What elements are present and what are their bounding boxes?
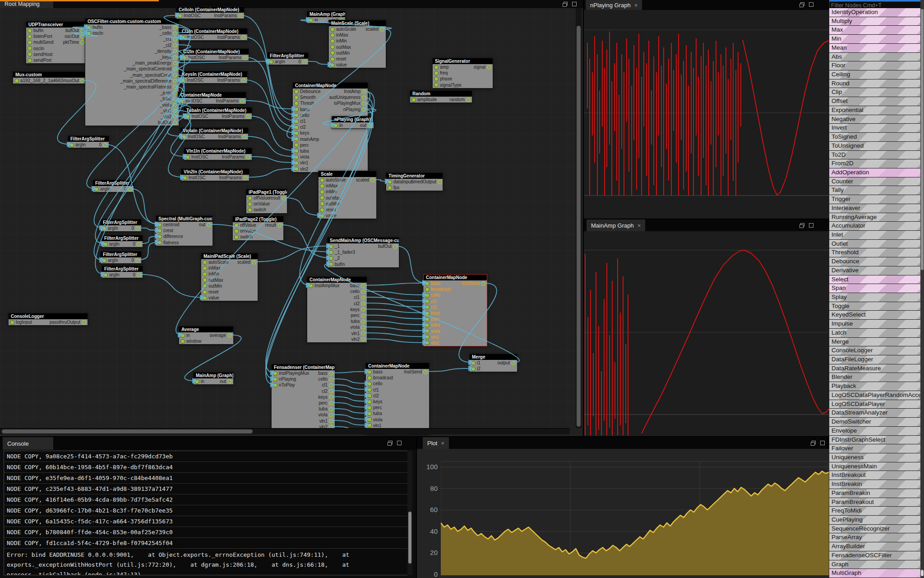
port-in-freq[interactable]: freq [434,70,448,75]
output-port-icon[interactable] [173,73,177,77]
console-scroll-thumb[interactable] [408,512,411,564]
port-out-signal[interactable]: signal [474,65,491,70]
port-out-InstAmp[interactable]: InstAmp [344,89,366,94]
node-type-item-Latch[interactable]: Latch [829,329,920,338]
close-icon[interactable]: × [638,222,641,229]
input-port-icon[interactable] [367,387,372,392]
port-out-keys[interactable]: keys [318,395,333,400]
output-port-icon[interactable] [173,49,177,53]
port-out-InstParams[interactable]: InstParams [217,35,246,40]
node-fastop[interactable]: FilterArgSplitterargIn0 [267,52,309,65]
port-in-inMin[interactable]: inMin [330,38,347,43]
output-port-icon[interactable] [302,60,307,64]
input-port-icon[interactable] [87,31,91,36]
node-type-item-Graph[interactable]: Graph [829,560,920,569]
node-type-item-UniquenessMain[interactable]: UniquenessMain [829,462,920,471]
input-port-icon[interactable] [434,77,439,81]
input-port-icon[interactable] [294,101,299,106]
output-port-icon[interactable] [135,258,140,263]
node-type-item-Failover[interactable]: Failover [829,444,920,453]
port-out-passthruOutput[interactable]: passthruOutput [50,320,86,325]
input-port-icon[interactable] [294,155,299,159]
port-out-_main_spectralCrest[interactable]: _main_spectralCrest [130,73,177,78]
node-type-item-ConsoleLogger[interactable]: ConsoleLogger [829,346,920,355]
input-port-icon[interactable] [425,329,430,333]
port-out-tuba[interactable]: tuba [319,406,333,411]
port-in-inMax[interactable]: inMax [320,183,338,188]
port-in-argIn[interactable]: argIn [269,59,285,64]
port-in-in[interactable]: in [180,333,190,338]
output-port-icon[interactable] [227,379,232,384]
port-in-argIn[interactable]: argIn [69,142,86,147]
input-port-icon[interactable] [248,208,252,212]
input-port-icon[interactable] [309,18,313,23]
port-in-cl1[interactable]: cl1 [367,387,379,392]
input-port-icon[interactable] [320,196,324,200]
port-in-cl1[interactable]: cl1 [425,299,437,304]
output-port-icon[interactable] [361,337,365,341]
output-port-icon[interactable] [173,84,177,89]
editor-horizontal-scrollbar[interactable] [0,428,570,434]
port-in-inMax[interactable]: inMax [203,266,221,270]
port-in-InstOSC[interactable]: InstOSC [182,134,205,139]
output-port-icon[interactable] [252,260,256,265]
node-type-item-FreqToMidi[interactable]: FreqToMidi [829,507,920,516]
input-port-icon[interactable] [28,52,32,56]
port-out-InstParams[interactable]: InstParams [222,154,250,159]
close-icon[interactable]: × [634,2,638,9]
port-out-isPlayingMux[interactable]: isPlayingMux [334,101,366,106]
input-port-icon[interactable] [157,240,162,245]
port-out-scaled[interactable]: scaled [356,177,375,182]
port-in-_1_fader3[interactable]: _1_fader3 [329,250,355,255]
port-in-_1[interactable]: _1 [329,244,340,249]
node-type-item-LogOSCDataPlayerRandomAcce[interactable]: LogOSCDataPlayerRandomAcce [829,391,920,400]
node-violain[interactable]: ViolaIn (ContainerMapNode)InstOSCInstPar… [180,127,249,140]
input-port-icon[interactable] [330,39,335,43]
port-in-reset[interactable]: reset [330,56,346,61]
node-type-item-Floor[interactable]: Floor [829,61,920,70]
node-type-item-Mean[interactable]: Mean [829,44,920,53]
node-type-item-Round[interactable]: Round [829,79,920,89]
port-in-outMax[interactable]: outMax [320,196,341,200]
output-port-icon[interactable] [173,43,177,47]
output-port-icon[interactable] [329,377,333,382]
node-type-item-ParamBreakout[interactable]: ParamBreakout [829,498,920,507]
port-out-cello[interactable]: cello [350,289,365,294]
port-out-vln1[interactable]: vln1 [319,419,333,424]
node-tubain[interactable]: TubaIn (ContainerMapNode)InstOSCInstPara… [184,107,252,120]
output-port-icon[interactable] [173,37,177,42]
port-in-oscIn[interactable]: oscIn [28,46,44,51]
input-port-icon[interactable] [329,256,333,261]
port-in-inMax[interactable]: inMax [330,33,348,37]
port-in-i1[interactable]: i1 [471,360,480,365]
node-type-item-AddOperation[interactable]: AddOperation [829,168,920,177]
port-in-reset[interactable]: reset [320,207,336,212]
port-in-InstOSC[interactable]: InstOSC [182,55,205,60]
port-out-InstParams[interactable]: InstParams [216,98,245,103]
node-type-item-ArrayBuilder[interactable]: ArrayBuilder [829,542,920,551]
port-out-_vln2[interactable]: _vln2 [161,114,177,119]
input-port-icon[interactable] [294,149,299,153]
filter-scroll-grip[interactable] [921,570,924,576]
port-out-output[interactable]: output [497,360,516,365]
input-port-icon[interactable] [273,371,277,376]
port-in-cl2[interactable]: cl2 [367,393,379,398]
node-type-item-MultiGraph[interactable]: MultiGraph [829,569,920,578]
input-port-icon[interactable] [28,46,32,51]
node-fasb[interactable]: FilterArgSplitterargIn0 [100,219,142,232]
port-out-_main_spectralCentroid[interactable]: _main_spectralCentroid [124,66,177,71]
node-type-item-Interleaver[interactable]: Interleaver [829,204,920,213]
port-in-argIn[interactable]: argIn [103,242,120,247]
port-in-perc[interactable]: perc [294,143,309,148]
port-in-flatness[interactable]: flatness [157,240,179,245]
node-mainipad[interactable]: MainIPadScale (Scale)autoScalescaledinMa… [201,253,258,301]
port-out-perc[interactable]: perc [351,313,365,318]
input-port-icon[interactable] [28,34,32,39]
input-port-icon[interactable] [329,262,333,266]
input-port-icon[interactable] [367,423,372,428]
node-fasa[interactable]: FilterArgSplitterargIn0 [92,180,134,192]
port-out-out[interactable]: out [360,123,372,128]
input-port-icon[interactable] [273,383,277,387]
input-port-icon[interactable] [180,333,185,338]
node-type-item-Merge[interactable]: Merge [829,338,920,347]
